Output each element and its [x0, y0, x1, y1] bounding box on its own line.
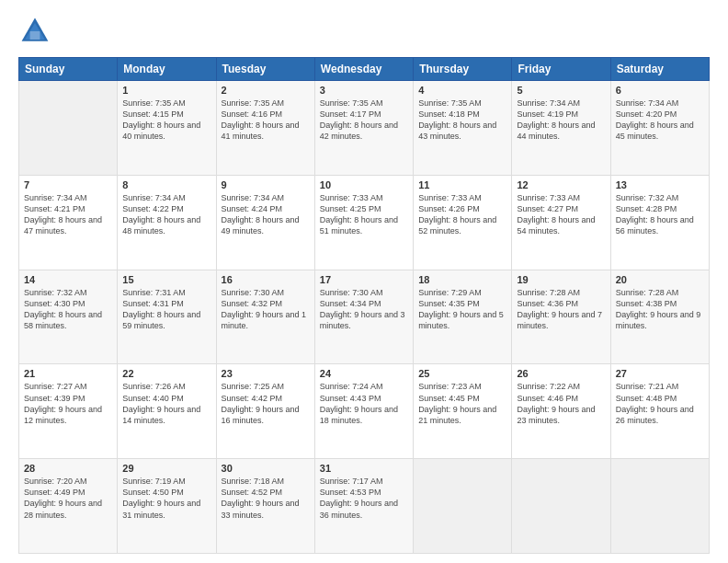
day-info: Sunrise: 7:35 AM Sunset: 4:15 PM Dayligh… [122, 98, 210, 143]
day-header-wednesday: Wednesday [314, 58, 413, 81]
day-info: Sunrise: 7:35 AM Sunset: 4:18 PM Dayligh… [418, 98, 506, 143]
day-number: 18 [418, 274, 506, 285]
header [18, 15, 710, 48]
day-header-sunday: Sunday [19, 58, 118, 81]
calendar-cell [512, 459, 610, 554]
calendar-cell: 24Sunrise: 7:24 AM Sunset: 4:43 PM Dayli… [314, 364, 413, 459]
week-row-1: 7Sunrise: 7:34 AM Sunset: 4:21 PM Daylig… [19, 175, 710, 270]
day-info: Sunrise: 7:18 AM Sunset: 4:52 PM Dayligh… [222, 476, 310, 521]
day-info: Sunrise: 7:32 AM Sunset: 4:30 PM Dayligh… [24, 287, 112, 332]
calendar-cell: 31Sunrise: 7:17 AM Sunset: 4:53 PM Dayli… [314, 459, 413, 554]
day-header-friday: Friday [512, 58, 610, 81]
day-info: Sunrise: 7:34 AM Sunset: 4:22 PM Dayligh… [122, 192, 210, 237]
day-info: Sunrise: 7:32 AM Sunset: 4:28 PM Dayligh… [616, 192, 704, 237]
calendar-cell [610, 459, 709, 554]
calendar-cell: 15Sunrise: 7:31 AM Sunset: 4:31 PM Dayli… [118, 270, 216, 364]
day-header-monday: Monday [118, 58, 216, 81]
day-number: 27 [616, 368, 704, 379]
day-info: Sunrise: 7:21 AM Sunset: 4:48 PM Dayligh… [616, 381, 704, 426]
day-number: 22 [122, 368, 210, 379]
day-number: 23 [222, 368, 310, 379]
day-number: 2 [222, 85, 310, 96]
calendar-cell: 29Sunrise: 7:19 AM Sunset: 4:50 PM Dayli… [118, 459, 216, 554]
calendar-cell: 25Sunrise: 7:23 AM Sunset: 4:45 PM Dayli… [414, 364, 512, 459]
calendar-cell: 22Sunrise: 7:26 AM Sunset: 4:40 PM Dayli… [118, 364, 216, 459]
calendar-cell: 14Sunrise: 7:32 AM Sunset: 4:30 PM Dayli… [19, 270, 118, 364]
day-number: 4 [418, 85, 506, 96]
day-info: Sunrise: 7:30 AM Sunset: 4:32 PM Dayligh… [222, 287, 310, 332]
day-info: Sunrise: 7:20 AM Sunset: 4:49 PM Dayligh… [24, 476, 112, 521]
week-row-3: 21Sunrise: 7:27 AM Sunset: 4:39 PM Dayli… [19, 364, 710, 459]
day-number: 25 [418, 368, 506, 379]
header-row: SundayMondayTuesdayWednesdayThursdayFrid… [19, 58, 710, 81]
calendar-cell: 20Sunrise: 7:28 AM Sunset: 4:38 PM Dayli… [610, 270, 709, 364]
day-number: 1 [122, 85, 210, 96]
day-number: 3 [320, 85, 408, 96]
day-info: Sunrise: 7:34 AM Sunset: 4:21 PM Dayligh… [24, 192, 112, 237]
calendar-cell: 30Sunrise: 7:18 AM Sunset: 4:52 PM Dayli… [216, 459, 314, 554]
day-info: Sunrise: 7:25 AM Sunset: 4:42 PM Dayligh… [222, 381, 310, 426]
day-header-saturday: Saturday [610, 58, 709, 81]
calendar-cell: 8Sunrise: 7:34 AM Sunset: 4:22 PM Daylig… [118, 175, 216, 270]
day-number: 5 [517, 85, 605, 96]
day-number: 17 [320, 274, 408, 285]
week-row-2: 14Sunrise: 7:32 AM Sunset: 4:30 PM Dayli… [19, 270, 710, 364]
calendar-cell: 23Sunrise: 7:25 AM Sunset: 4:42 PM Dayli… [216, 364, 314, 459]
day-number: 13 [616, 179, 704, 190]
day-info: Sunrise: 7:28 AM Sunset: 4:36 PM Dayligh… [517, 287, 605, 332]
calendar-header: SundayMondayTuesdayWednesdayThursdayFrid… [19, 58, 710, 81]
day-info: Sunrise: 7:35 AM Sunset: 4:16 PM Dayligh… [222, 98, 310, 143]
day-info: Sunrise: 7:17 AM Sunset: 4:53 PM Dayligh… [320, 476, 408, 521]
day-info: Sunrise: 7:31 AM Sunset: 4:31 PM Dayligh… [122, 287, 210, 332]
day-info: Sunrise: 7:29 AM Sunset: 4:35 PM Dayligh… [418, 287, 506, 332]
day-number: 21 [24, 368, 112, 379]
calendar-cell: 11Sunrise: 7:33 AM Sunset: 4:26 PM Dayli… [414, 175, 512, 270]
day-number: 30 [222, 463, 310, 474]
calendar-cell: 5Sunrise: 7:34 AM Sunset: 4:19 PM Daylig… [512, 81, 610, 176]
day-info: Sunrise: 7:30 AM Sunset: 4:34 PM Dayligh… [320, 287, 408, 332]
logo [18, 15, 57, 48]
day-number: 20 [616, 274, 704, 285]
day-info: Sunrise: 7:26 AM Sunset: 4:40 PM Dayligh… [122, 381, 210, 426]
day-info: Sunrise: 7:34 AM Sunset: 4:24 PM Dayligh… [222, 192, 310, 237]
day-number: 11 [418, 179, 506, 190]
day-number: 15 [122, 274, 210, 285]
day-info: Sunrise: 7:33 AM Sunset: 4:26 PM Dayligh… [418, 192, 506, 237]
calendar-cell: 19Sunrise: 7:28 AM Sunset: 4:36 PM Dayli… [512, 270, 610, 364]
day-header-thursday: Thursday [414, 58, 512, 81]
day-number: 24 [320, 368, 408, 379]
calendar-cell: 7Sunrise: 7:34 AM Sunset: 4:21 PM Daylig… [19, 175, 118, 270]
day-number: 12 [517, 179, 605, 190]
calendar-cell: 21Sunrise: 7:27 AM Sunset: 4:39 PM Dayli… [19, 364, 118, 459]
day-info: Sunrise: 7:34 AM Sunset: 4:19 PM Dayligh… [517, 98, 605, 143]
day-info: Sunrise: 7:28 AM Sunset: 4:38 PM Dayligh… [616, 287, 704, 332]
calendar-table: SundayMondayTuesdayWednesdayThursdayFrid… [18, 57, 710, 554]
calendar-cell: 9Sunrise: 7:34 AM Sunset: 4:24 PM Daylig… [216, 175, 314, 270]
calendar-cell: 16Sunrise: 7:30 AM Sunset: 4:32 PM Dayli… [216, 270, 314, 364]
day-info: Sunrise: 7:35 AM Sunset: 4:17 PM Dayligh… [320, 98, 408, 143]
day-number: 8 [122, 179, 210, 190]
calendar-cell: 28Sunrise: 7:20 AM Sunset: 4:49 PM Dayli… [19, 459, 118, 554]
calendar-cell: 17Sunrise: 7:30 AM Sunset: 4:34 PM Dayli… [314, 270, 413, 364]
week-row-0: 1Sunrise: 7:35 AM Sunset: 4:15 PM Daylig… [19, 81, 710, 176]
day-number: 31 [320, 463, 408, 474]
day-number: 9 [222, 179, 310, 190]
calendar-cell: 18Sunrise: 7:29 AM Sunset: 4:35 PM Dayli… [414, 270, 512, 364]
logo-icon [18, 15, 51, 48]
day-info: Sunrise: 7:33 AM Sunset: 4:25 PM Dayligh… [320, 192, 408, 237]
day-info: Sunrise: 7:19 AM Sunset: 4:50 PM Dayligh… [122, 476, 210, 521]
day-info: Sunrise: 7:22 AM Sunset: 4:46 PM Dayligh… [517, 381, 605, 426]
calendar-body: 1Sunrise: 7:35 AM Sunset: 4:15 PM Daylig… [19, 81, 710, 554]
calendar-cell: 3Sunrise: 7:35 AM Sunset: 4:17 PM Daylig… [314, 81, 413, 176]
calendar-cell: 12Sunrise: 7:33 AM Sunset: 4:27 PM Dayli… [512, 175, 610, 270]
day-number: 29 [122, 463, 210, 474]
calendar-cell [414, 459, 512, 554]
day-number: 28 [24, 463, 112, 474]
calendar-cell [19, 81, 118, 176]
calendar-cell: 4Sunrise: 7:35 AM Sunset: 4:18 PM Daylig… [414, 81, 512, 176]
week-row-4: 28Sunrise: 7:20 AM Sunset: 4:49 PM Dayli… [19, 459, 710, 554]
day-info: Sunrise: 7:34 AM Sunset: 4:20 PM Dayligh… [616, 98, 704, 143]
calendar-cell: 2Sunrise: 7:35 AM Sunset: 4:16 PM Daylig… [216, 81, 314, 176]
day-info: Sunrise: 7:24 AM Sunset: 4:43 PM Dayligh… [320, 381, 408, 426]
calendar-cell: 10Sunrise: 7:33 AM Sunset: 4:25 PM Dayli… [314, 175, 413, 270]
